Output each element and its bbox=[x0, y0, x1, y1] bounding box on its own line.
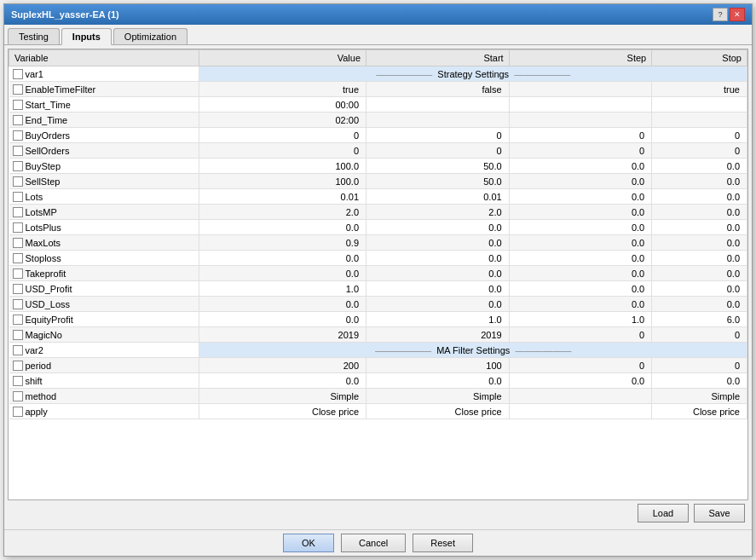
table-row: SellOrders 0 0 0 0 bbox=[9, 143, 747, 159]
var-name: Lots bbox=[26, 192, 43, 202]
load-button[interactable]: Load bbox=[638, 504, 689, 522]
value-cell: 0 bbox=[199, 143, 366, 159]
col-header-stop: Stop bbox=[652, 50, 747, 66]
row-checkbox[interactable] bbox=[13, 222, 23, 233]
start-cell: 2.0 bbox=[366, 205, 510, 220]
stop-cell bbox=[652, 113, 747, 128]
row-checkbox[interactable] bbox=[13, 161, 23, 171]
row-checkbox[interactable] bbox=[13, 315, 23, 325]
main-window: SupIexHL_yasser-EA (1) ? ✕ Testing Input… bbox=[3, 3, 753, 557]
table-row: SellStep 100.0 50.0 0.0 0.0 bbox=[9, 174, 747, 189]
var-cell: apply bbox=[9, 404, 199, 419]
var-cell: SellOrders bbox=[9, 143, 199, 159]
table-row: EquityProfit 0.0 1.0 1.0 6.0 bbox=[9, 312, 747, 327]
start-cell: 0.0 bbox=[366, 220, 510, 235]
row-checkbox[interactable] bbox=[13, 284, 23, 294]
row-checkbox[interactable] bbox=[13, 253, 23, 263]
close-button[interactable]: ✕ bbox=[730, 8, 745, 21]
value-cell: 0.0 bbox=[199, 251, 366, 266]
reset-button[interactable]: Reset bbox=[413, 534, 473, 552]
row-checkbox[interactable] bbox=[13, 84, 23, 95]
var-cell: USD_Loss bbox=[9, 297, 199, 312]
start-cell: Close price bbox=[366, 404, 510, 419]
table-row: apply Close price Close price Close pric… bbox=[9, 404, 747, 419]
window-controls: ? ✕ bbox=[713, 8, 745, 21]
stop-cell: 0 bbox=[652, 358, 747, 373]
var-name: EquityProfit bbox=[26, 315, 73, 325]
start-cell: 0 bbox=[366, 128, 510, 143]
value-cell: 100.0 bbox=[199, 174, 366, 189]
row-checkbox[interactable] bbox=[13, 238, 23, 248]
table-row: period 200 100 0 0 bbox=[9, 358, 747, 373]
value-cell: Simple bbox=[199, 389, 366, 404]
var-name: Stoploss bbox=[26, 253, 61, 263]
var-cell: LotsMP bbox=[9, 205, 199, 220]
section-label: —————— Strategy Settings —————— bbox=[199, 66, 747, 82]
row-checkbox[interactable] bbox=[13, 192, 23, 202]
row-checkbox[interactable] bbox=[13, 176, 23, 187]
row-checkbox[interactable] bbox=[13, 146, 23, 156]
value-cell: 2.0 bbox=[199, 205, 366, 220]
tab-testing[interactable]: Testing bbox=[8, 28, 60, 44]
row-checkbox[interactable] bbox=[13, 299, 23, 309]
var-name: LotsMP bbox=[26, 207, 57, 217]
stop-cell: 0.0 bbox=[652, 281, 747, 297]
var-cell: BuyOrders bbox=[9, 128, 199, 143]
section-var-cell: var2 bbox=[9, 343, 199, 358]
var-cell: EnableTimeFilter bbox=[9, 82, 199, 97]
step-cell bbox=[509, 389, 652, 404]
step-cell: 0.0 bbox=[509, 159, 652, 174]
help-button[interactable]: ? bbox=[713, 8, 728, 21]
stop-cell: 0 bbox=[652, 327, 747, 343]
value-cell: 0.0 bbox=[199, 312, 366, 327]
row-checkbox[interactable] bbox=[13, 407, 23, 417]
start-cell: 2019 bbox=[366, 327, 510, 343]
start-cell: 0.0 bbox=[366, 235, 510, 251]
value-cell: 02:00 bbox=[199, 113, 366, 128]
tab-optimization[interactable]: Optimization bbox=[113, 28, 188, 44]
value-cell: 0 bbox=[199, 128, 366, 143]
row-checkbox[interactable] bbox=[13, 268, 23, 279]
step-cell: 0.0 bbox=[509, 281, 652, 297]
step-cell: 0.0 bbox=[509, 205, 652, 220]
col-header-start: Start bbox=[366, 50, 510, 66]
table-row: MaxLots 0.9 0.0 0.0 0.0 bbox=[9, 235, 747, 251]
table-row: var2 —————— MA Filter Settings —————— bbox=[9, 343, 747, 358]
table-row: Takeprofit 0.0 0.0 0.0 0.0 bbox=[9, 266, 747, 281]
var-name: period bbox=[26, 361, 52, 371]
section-label: —————— MA Filter Settings —————— bbox=[199, 343, 747, 358]
var-cell: Stoploss bbox=[9, 251, 199, 266]
step-cell: 0.0 bbox=[509, 174, 652, 189]
value-cell: 0.01 bbox=[199, 189, 366, 205]
save-button[interactable]: Save bbox=[694, 504, 745, 522]
start-cell: 0.0 bbox=[366, 251, 510, 266]
row-checkbox[interactable] bbox=[13, 391, 23, 401]
tab-inputs[interactable]: Inputs bbox=[61, 28, 112, 45]
row-checkbox[interactable] bbox=[13, 376, 23, 386]
row-checkbox[interactable] bbox=[13, 130, 23, 141]
start-cell: 50.0 bbox=[366, 174, 510, 189]
table-row: USD_Profit 1.0 0.0 0.0 0.0 bbox=[9, 281, 747, 297]
row-checkbox[interactable] bbox=[13, 115, 23, 125]
var-name: Takeprofit bbox=[26, 268, 66, 279]
row-checkbox[interactable] bbox=[13, 100, 23, 110]
start-cell: 100 bbox=[366, 358, 510, 373]
value-cell: 0.0 bbox=[199, 373, 366, 389]
var-name: var1 bbox=[26, 69, 43, 79]
window-title: SupIexHL_yasser-EA (1) bbox=[11, 9, 119, 20]
stop-cell: Simple bbox=[652, 389, 747, 404]
stop-cell: 0.0 bbox=[652, 159, 747, 174]
row-checkbox[interactable] bbox=[13, 69, 23, 79]
var-name: shift bbox=[26, 376, 43, 386]
cancel-button[interactable]: Cancel bbox=[341, 534, 406, 552]
stop-cell: 0 bbox=[652, 128, 747, 143]
row-checkbox[interactable] bbox=[13, 330, 23, 340]
row-checkbox[interactable] bbox=[13, 361, 23, 371]
stop-cell: 0.0 bbox=[652, 251, 747, 266]
row-checkbox[interactable] bbox=[13, 207, 23, 217]
row-checkbox[interactable] bbox=[13, 345, 23, 355]
step-cell: 0 bbox=[509, 358, 652, 373]
value-cell: 0.0 bbox=[199, 297, 366, 312]
value-cell: Close price bbox=[199, 404, 366, 419]
ok-button[interactable]: OK bbox=[283, 534, 334, 552]
